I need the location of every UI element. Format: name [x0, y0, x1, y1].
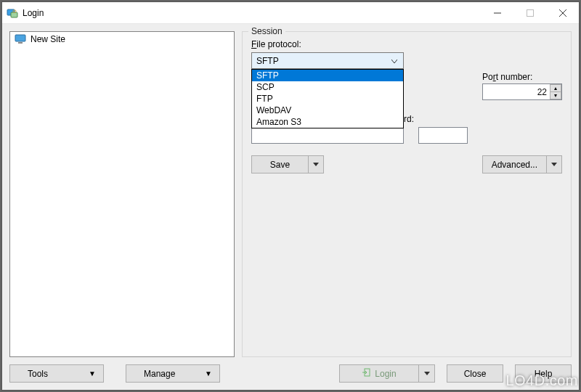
app-icon — [7, 7, 18, 19]
file-protocol-combobox[interactable]: SFTP SFTP SCP FTP WebDAV Amazon S3 — [251, 52, 404, 69]
svg-rect-5 — [18, 42, 23, 44]
login-window: Login New Site — [1, 1, 580, 391]
bottom-button-bar: Tools ▼ Manage ▼ — [9, 364, 572, 383]
user-name-input[interactable] — [251, 127, 404, 144]
file-protocol-option[interactable]: SFTP — [252, 70, 403, 81]
svg-rect-4 — [15, 35, 25, 41]
save-dropdown-button[interactable] — [308, 155, 324, 173]
site-list[interactable]: New Site — [9, 31, 235, 357]
file-protocol-option[interactable]: SCP — [252, 81, 403, 93]
save-button[interactable]: Save — [251, 155, 308, 173]
chevron-down-icon: ▼ — [205, 369, 212, 377]
tools-button[interactable]: Tools ▼ — [9, 364, 104, 383]
advanced-dropdown-button[interactable] — [546, 155, 562, 173]
minimize-button[interactable] — [481, 2, 513, 23]
login-split-button[interactable]: Login — [339, 364, 435, 383]
site-list-item-label: New Site — [31, 34, 65, 44]
file-protocol-value: SFTP — [256, 56, 279, 66]
advanced-split-button[interactable]: Advanced... — [482, 155, 562, 173]
svg-rect-3 — [527, 9, 533, 16]
site-list-item[interactable]: New Site — [10, 32, 234, 46]
chevron-down-icon: ▼ — [89, 369, 96, 377]
file-protocol-option[interactable]: Amazon S3 — [252, 116, 403, 128]
monitor-icon — [15, 34, 26, 44]
port-step-down[interactable]: ▾ — [550, 92, 561, 99]
help-button[interactable]: Help — [515, 364, 572, 383]
close-dialog-button[interactable]: Close — [447, 364, 503, 383]
login-button[interactable]: Login — [339, 364, 419, 383]
password-input[interactable] — [418, 127, 468, 144]
file-protocol-label: File protocol: — [251, 39, 468, 49]
port-number-stepper[interactable]: ▴ ▾ — [550, 84, 561, 99]
file-protocol-option[interactable]: WebDAV — [252, 105, 403, 116]
session-group: Session File protocol: SFTP — [242, 31, 572, 357]
port-number-label: Port number: — [482, 72, 562, 82]
file-protocol-dropdown[interactable]: SFTP SCP FTP WebDAV Amazon S3 — [251, 69, 404, 128]
advanced-button[interactable]: Advanced... — [482, 155, 546, 173]
titlebar: Login — [2, 2, 579, 24]
login-dropdown-button[interactable] — [419, 364, 435, 383]
close-button[interactable] — [546, 2, 579, 23]
client-area: New Site Session File protocol: SFTP — [2, 24, 579, 390]
chevron-down-icon — [389, 56, 400, 66]
maximize-button[interactable] — [513, 2, 546, 23]
window-title: Login — [23, 8, 44, 18]
session-legend: Session — [248, 26, 285, 36]
svg-rect-1 — [11, 12, 17, 17]
manage-button[interactable]: Manage ▼ — [126, 364, 220, 383]
login-icon — [362, 368, 370, 379]
file-protocol-option[interactable]: FTP — [252, 93, 403, 105]
save-split-button[interactable]: Save — [251, 155, 324, 173]
port-step-up[interactable]: ▴ — [550, 84, 561, 92]
